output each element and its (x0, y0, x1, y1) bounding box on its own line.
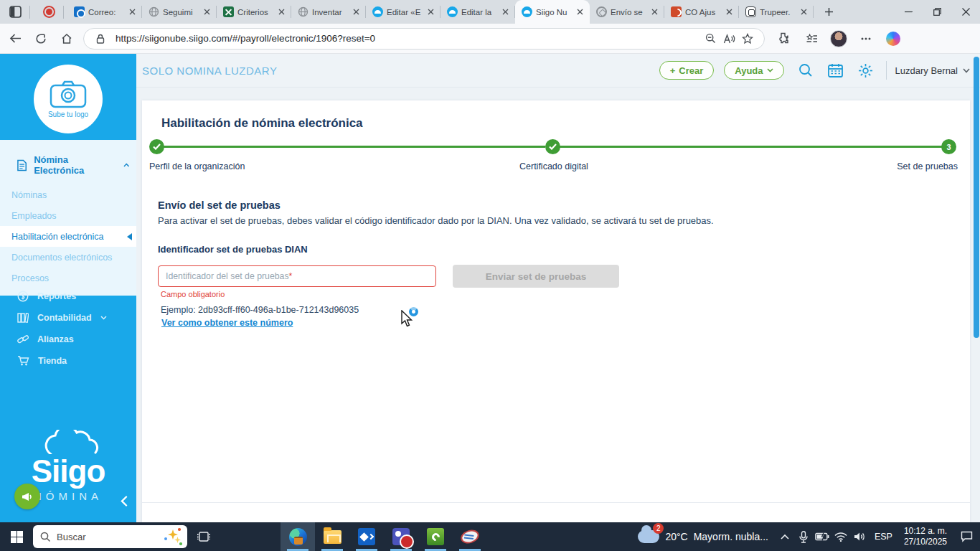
send-test-set-button[interactable]: Enviar set de pruebas (453, 265, 619, 288)
close-tab-icon[interactable] (798, 6, 809, 18)
close-tab-icon[interactable] (425, 6, 436, 18)
sidebar-item-empleados[interactable]: Empleados (0, 205, 136, 226)
identifier-input[interactable] (158, 265, 436, 287)
chevron-left-icon (121, 496, 128, 507)
tab-co-ajustes[interactable]: CO Ajus (664, 0, 739, 24)
new-tab-icon[interactable] (818, 3, 839, 22)
sidebar-item-documentos-electronicos[interactable]: Documentos electrónicos (0, 247, 136, 268)
sidebar-item-alianzas[interactable]: Alianzas (0, 329, 136, 350)
window-restore-button[interactable] (923, 0, 951, 24)
battery-icon[interactable] (813, 522, 831, 551)
sidebar-item-contabilidad[interactable]: Contabilidad (0, 307, 136, 329)
back-icon[interactable] (4, 28, 26, 50)
start-button[interactable] (0, 522, 33, 551)
screen: Correo: Seguimi Criterios Inventar Edita… (0, 0, 980, 551)
weather-widget[interactable]: 2 20°C Mayorm. nubla... (631, 530, 776, 543)
browser-menu-icon[interactable] (855, 28, 877, 50)
tab-criterios[interactable]: Criterios (217, 0, 291, 24)
close-tab-icon[interactable] (723, 6, 735, 18)
close-tab-icon[interactable] (275, 6, 287, 18)
tab-inventario[interactable]: Inventar (291, 0, 366, 24)
read-aloud-icon[interactable] (720, 29, 738, 48)
taskbar-apps (281, 522, 487, 551)
divider (142, 502, 970, 503)
volume-icon[interactable] (850, 522, 869, 551)
url-field[interactable]: https://siigonube.siigo.com/#/payroll/el… (83, 28, 765, 50)
home-icon[interactable] (56, 28, 77, 50)
close-tab-icon[interactable] (126, 6, 138, 18)
calendar-icon[interactable] (827, 62, 844, 79)
taskbar-file-explorer-button[interactable] (315, 522, 349, 551)
upload-logo-button[interactable]: Sube tu logo (34, 65, 103, 133)
recording-indicator-icon[interactable] (38, 3, 60, 22)
sidebar: Sube tu logo Nómina Electrónica Nóminas … (0, 54, 136, 522)
user-menu[interactable]: Luzdary Bernal (895, 65, 970, 76)
link-icon (17, 334, 29, 345)
create-button[interactable]: + Crear (659, 61, 715, 80)
page-scrollbar[interactable] (974, 57, 979, 338)
tab-siigo-nube-active[interactable]: Siigo Nu (515, 0, 590, 24)
workspaces-icon[interactable] (4, 3, 26, 22)
close-tab-icon[interactable] (350, 6, 362, 18)
tab-correo[interactable]: Correo: (67, 0, 142, 24)
close-tab-icon[interactable] (499, 6, 511, 18)
extensions-icon[interactable] (773, 28, 795, 50)
wifi-icon[interactable] (831, 522, 850, 551)
sidebar-collapse-button[interactable] (121, 496, 128, 509)
zoom-out-icon[interactable] (701, 29, 720, 48)
close-tab-icon[interactable] (574, 6, 585, 18)
weather-badge: 2 (653, 523, 664, 534)
plus-icon: + (670, 65, 676, 76)
active-marker-icon (127, 233, 132, 240)
microphone-icon[interactable] (794, 522, 813, 551)
step-1-check (149, 139, 164, 154)
notification-center-icon[interactable] (953, 522, 980, 551)
copilot-icon[interactable] (882, 28, 904, 50)
window-minimize-button[interactable] (894, 0, 923, 24)
tab-trupeer[interactable]: Trupeer. (739, 0, 814, 24)
blue-diamond-app-icon (358, 528, 375, 545)
section-description: Para activar el set de pruebas, debes va… (158, 215, 933, 226)
lock-icon[interactable] (91, 29, 110, 48)
taskbar-remote-app-button[interactable] (349, 522, 384, 551)
search-icon[interactable] (797, 62, 814, 79)
taskbar-edge-button[interactable] (281, 522, 315, 551)
settings-gear-icon[interactable] (857, 62, 875, 79)
sidebar-item-nominas[interactable]: Nóminas (0, 184, 136, 205)
tab-editar-2[interactable]: Editar la (440, 0, 515, 24)
task-view-icon[interactable] (192, 522, 216, 551)
time: 10:12 a. m. (904, 526, 947, 537)
powerpoint-icon (671, 6, 682, 17)
taskbar-teams-button[interactable] (384, 522, 418, 551)
sidebar-section-nomina-electronica[interactable]: Nómina Electrónica (0, 150, 136, 184)
profile-avatar[interactable] (828, 28, 849, 50)
close-tab-icon[interactable] (201, 6, 212, 18)
tab-editar-1[interactable]: Editar «E (366, 0, 440, 24)
step-2-check (545, 139, 560, 154)
refresh-icon[interactable] (30, 28, 52, 50)
sidebar-item-habilitacion-electronica[interactable]: Habilitación electrónica (0, 226, 136, 247)
language-indicator[interactable]: ESP (869, 532, 898, 542)
tab-seguimiento[interactable]: Seguimi (142, 0, 217, 24)
step-2-label: Certificado digital (519, 161, 588, 171)
siigo-icon (522, 6, 532, 17)
sidebar-item-reportes[interactable]: Reportes (0, 286, 136, 307)
taskbar-clock[interactable]: 10:12 a. m. 27/10/2025 (898, 526, 953, 547)
tab-envio[interactable]: Envío se (590, 0, 664, 24)
how-to-get-number-link[interactable]: Ver como obtener este número (161, 318, 293, 328)
window-close-button[interactable] (951, 0, 980, 24)
announcements-button[interactable] (14, 484, 40, 509)
siigo-icon (372, 6, 383, 17)
collections-icon[interactable] (801, 28, 822, 50)
date: 27/10/2025 (904, 537, 947, 547)
help-button[interactable]: Ayuda (724, 61, 783, 80)
sidebar-item-tienda[interactable]: Tienda (0, 350, 136, 372)
close-tab-icon[interactable] (649, 6, 660, 18)
teams-icon (392, 528, 410, 545)
favorite-star-icon[interactable] (738, 29, 757, 48)
hidden-icons-chevron[interactable] (776, 522, 794, 551)
url-text[interactable]: https://siigonube.siigo.com/#/payroll/el… (116, 33, 701, 44)
taskbar-snip-button[interactable] (453, 522, 487, 551)
taskbar-camtasia-button[interactable] (418, 522, 453, 551)
taskbar-search-box[interactable]: Buscar (33, 525, 187, 548)
